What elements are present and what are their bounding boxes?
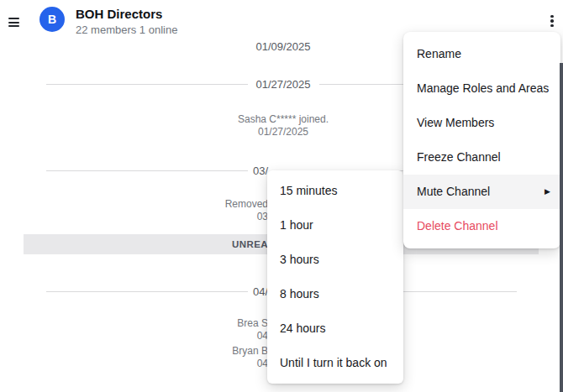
hamburger-menu-icon[interactable] [8,18,19,27]
system-message-date: 04 [232,358,268,370]
date-indicator-jan9: 01/09/2025 [115,40,451,53]
system-message-removed: Removed 03 [225,198,268,223]
menu-item-view-members[interactable]: View Members [403,106,560,140]
submenu-arrow-icon: ▶ [545,175,550,209]
menu-item-label: Delete Channel [417,219,498,233]
submenu-item-24-hours[interactable]: 24 hours [267,311,403,346]
submenu-item-8-hours[interactable]: 8 hours [267,277,403,311]
channel-title: BOH Directors [76,7,162,21]
menu-item-label: Manage Roles and Areas [417,81,549,95]
channel-avatar: B [39,7,65,32]
menu-item-label: View Members [417,116,494,129]
system-message-text: Removed [225,198,268,211]
submenu-item-3-hours[interactable]: 3 hours [267,243,403,277]
menu-item-label: Rename [417,47,461,60]
date-divider-line [46,170,248,171]
menu-item-delete-channel[interactable]: Delete Channel [403,209,560,243]
menu-item-manage-roles-and-areas[interactable]: Manage Roles and Areas [403,71,560,106]
menu-item-rename[interactable]: Rename [403,37,560,71]
system-message-date: 03 [225,211,268,223]
date-divider-line [46,291,248,292]
submenu-item-until-i-turn-it-back-on[interactable]: Until I turn it back on [267,346,403,380]
menu-item-label: Mute Channel [417,185,490,198]
system-message-date: 04 [237,330,268,342]
scrollbar-thumb[interactable] [560,63,563,392]
channel-subtitle: 22 members 1 online [76,24,177,36]
system-message-text: Sasha C***** joined. [115,113,451,126]
menu-item-label: Freeze Channel [417,150,501,164]
mute-duration-submenu: 15 minutes1 hour3 hours8 hours24 hoursUn… [267,170,403,384]
system-message-text: Bryan B [232,345,268,358]
date-separator-march: 03/ [253,165,268,177]
system-message-brea: Brea S 04 [237,317,268,342]
date-separator-april: 04/ [253,285,268,298]
menu-item-mute-channel[interactable]: Mute Channel▶ [403,175,560,209]
menu-item-freeze-channel[interactable]: Freeze Channel [403,140,560,175]
unread-banner-label: UNREA [232,234,268,254]
submenu-item-15-minutes[interactable]: 15 minutes [267,174,403,208]
system-message-bryan: Bryan B 04 [232,345,268,370]
channel-options-kebab-icon[interactable] [547,13,557,29]
system-message-date: 01/27/2025 [115,126,451,139]
channel-actions-menu: RenameManage Roles and AreasView Members… [403,32,560,248]
submenu-item-1-hour[interactable]: 1 hour [267,208,403,243]
system-message-joined: Sasha C***** joined. 01/27/2025 [115,113,451,139]
system-message-text: Brea S [237,317,268,330]
